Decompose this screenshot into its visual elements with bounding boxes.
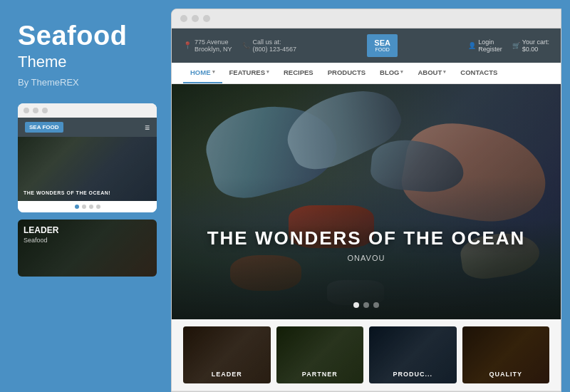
phone-text: Call us at: (800) 123-4567 [253,38,297,53]
site-header: 📍 775 Avenue Brooklyn, NY 📞 Call us at: … [172,29,561,63]
hero-nav-dots [172,302,561,308]
nav-products-label: PRODUCTS [328,68,366,76]
card-products-label: PRODUC... [369,371,457,378]
card-leader[interactable]: LEADER [183,326,271,383]
mini-nav-dot-1[interactable] [75,205,79,209]
header-phone: 📞 Call us at: (800) 123-4567 [242,38,297,53]
browser-window: 📍 775 Avenue Brooklyn, NY 📞 Call us at: … [171,9,561,392]
hero-title: THE WONDERS OF THE OCEAN [172,227,561,249]
app-author: By ThemeREX [18,77,157,88]
browser-dot-2 [192,15,199,22]
mini-dot-3 [42,108,48,113]
hero-dot-3[interactable] [373,302,379,308]
login-text-group: Login Register [478,38,502,53]
nav-features-label: FEATURES [229,68,266,76]
card-products[interactable]: PRODUC... [369,326,457,383]
mini-dot-1 [24,108,29,113]
card-partner[interactable]: PARTNER [276,326,364,383]
nav-recipes-label: RECIPES [284,68,314,76]
phone-icon: 📞 [242,42,250,49]
header-cart[interactable]: 🛒 Your cart: $0.00 [512,38,549,53]
header-address: 📍 775 Avenue Brooklyn, NY [183,38,232,53]
site-nav: HOME ▾ FEATURES ▾ RECIPES PRODUCTS BLOG … [172,63,561,84]
nav-recipes[interactable]: RECIPES [276,63,321,83]
hero-subtitle: ONAVOU [172,254,561,262]
card-partner-label: PARTNER [276,371,364,378]
card-leader-label: LEADER [183,371,271,378]
nav-home-label: HOME [190,68,211,76]
location-icon: 📍 [183,41,192,49]
mini-bottom-card: LEADER Seafood [18,220,157,277]
cart-icon: 🛒 [512,42,520,49]
nav-home[interactable]: HOME ▾ [183,63,222,83]
mini-logo: SEA FOOD [25,122,63,133]
mini-card-sub: Seafood [24,237,151,244]
mini-nav-dots [18,201,157,212]
mini-bottom-card-content: LEADER Seafood [18,220,157,249]
nav-about[interactable]: ABOUT ▾ [410,63,453,83]
nav-features[interactable]: FEATURES ▾ [222,63,277,83]
header-left-group: 📍 775 Avenue Brooklyn, NY 📞 Call us at: … [183,38,296,53]
browser-content: 📍 775 Avenue Brooklyn, NY 📞 Call us at: … [172,29,561,391]
browser-dot-3 [203,15,210,22]
browser-dot-1 [180,15,187,22]
card-quality[interactable]: QUALITY [462,326,550,383]
cart-text-group: Your cart: $0.00 [522,38,549,53]
nav-contacts[interactable]: CONTACTS [453,63,504,83]
nav-blog-arrow: ▾ [400,69,403,75]
nav-products[interactable]: PRODUCTS [321,63,373,83]
mini-dot-2 [33,108,38,113]
card-quality-label: QUALITY [462,371,550,378]
nav-about-label: ABOUT [418,68,442,76]
hero-dot-1[interactable] [353,302,359,308]
nav-home-arrow: ▾ [212,69,215,75]
nav-blog[interactable]: BLOG ▾ [373,63,410,83]
mini-card-title: LEADER [24,225,151,235]
user-icon: 👤 [468,42,476,49]
header-login[interactable]: 👤 Login Register [468,38,502,53]
mini-hero: THE WONDERS OF THE OCEAN! [18,137,157,201]
hero-overlay [172,84,561,319]
nav-about-arrow: ▾ [443,69,446,75]
hero-dot-2[interactable] [363,302,369,308]
hero-section: THE WONDERS OF THE OCEAN ONAVOU [172,84,561,319]
app-subtitle: Theme [18,53,157,71]
nav-contacts-label: CONTACTS [460,68,497,76]
address-text: 775 Avenue Brooklyn, NY [195,38,232,53]
bottom-cards: LEADER PARTNER PRODUC... QUALITY [172,319,561,391]
mini-menu-icon: ≡ [145,123,150,133]
app-title: Seafood [18,21,157,51]
browser-chrome [172,9,561,29]
left-panel: Seafood Theme By ThemeREX SEA FOOD ≡ THE… [0,0,171,392]
site-logo: SEA FOOD [367,34,398,57]
nav-blog-label: BLOG [380,68,399,76]
mini-nav-dot-3[interactable] [89,205,93,209]
hero-content: THE WONDERS OF THE OCEAN ONAVOU [172,227,561,262]
mini-site-header: SEA FOOD ≡ [18,118,157,138]
mini-nav-dot-2[interactable] [82,205,86,209]
mini-hero-text: THE WONDERS OF THE OCEAN! [18,185,116,201]
header-right-group: 👤 Login Register 🛒 Your cart: $0.00 [468,38,549,53]
mini-preview-card: SEA FOOD ≡ THE WONDERS OF THE OCEAN! [18,103,157,213]
nav-features-arrow: ▾ [266,69,269,75]
mini-browser-bar [18,103,157,118]
mini-nav-dot-4[interactable] [96,205,100,209]
